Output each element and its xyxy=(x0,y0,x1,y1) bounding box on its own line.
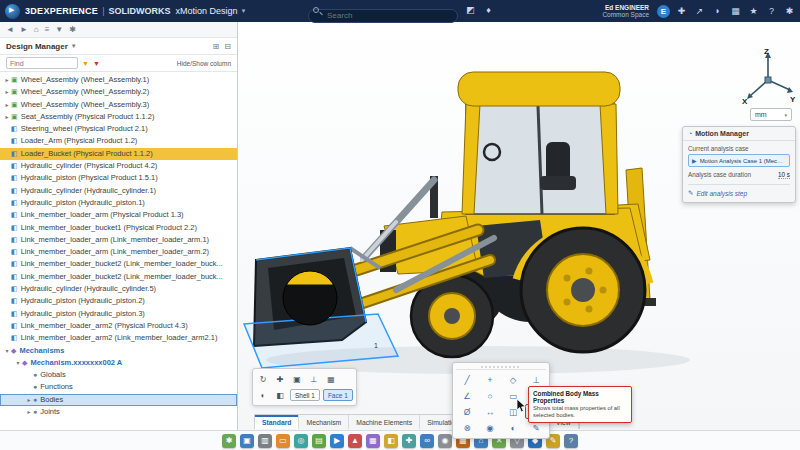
pan-view-icon[interactable]: ✚ xyxy=(273,372,287,386)
save-icon[interactable]: ▥ xyxy=(258,434,272,448)
normal-to-icon[interactable]: ⊥ xyxy=(307,372,321,386)
expand-arrow-icon[interactable]: ▸ xyxy=(25,406,33,418)
tree-item-hydraulic-cylinder-hydraulic-cylinder-5[interactable]: ◧Hydraulic_cylinder (Hydraulic_cylinder.… xyxy=(0,283,237,295)
tree-item-link-member-loader-arm2-link-member-load[interactable]: ◧Link_member_loader_arm2 (Link_member_lo… xyxy=(0,332,237,344)
help-icon[interactable]: ? xyxy=(765,5,778,18)
tree-item-bodies[interactable]: ▸●Bodies xyxy=(0,394,237,406)
back-icon[interactable]: ◄ xyxy=(6,25,14,34)
measure-between-icon[interactable]: ↔ xyxy=(479,404,501,419)
tab-mechanism[interactable]: Mechanism xyxy=(299,415,349,429)
selection-chip-shell[interactable]: Shell 1 xyxy=(290,389,320,401)
measure-item-icon[interactable]: Ø xyxy=(456,404,478,419)
expand-arrow-icon[interactable]: ▾ xyxy=(3,345,11,357)
circle-tool-icon[interactable]: ○ xyxy=(479,388,501,403)
measure-icon[interactable]: ▭ xyxy=(276,434,290,448)
settings-icon[interactable]: ✱ xyxy=(783,5,796,18)
tree-item-link-member-loader-bucket2-link-member-l[interactable]: ◧Link_member_loader_bucket2 (Link_member… xyxy=(0,258,237,270)
angle-measure-icon[interactable]: ∠ xyxy=(456,388,478,403)
tree-item-loader-bucket-physical-product-1-1-2[interactable]: ◧Loader_Bucket (Physical Product 1.1.2) xyxy=(0,148,237,160)
line-tool-icon[interactable]: ╱ xyxy=(456,372,478,387)
tree-item-link-member-loader-bucket2-link-member-l[interactable]: ◧Link_member_loader_bucket2 (Link_member… xyxy=(0,271,237,283)
expand-arrow-icon[interactable]: ▸ xyxy=(25,394,33,406)
tab-standard[interactable]: Standard xyxy=(255,415,299,429)
tree-item-loader-arm-physical-product-1-2[interactable]: ◧Loader_Arm (Physical Product 1.2) xyxy=(0,135,237,147)
expand-arrow-icon[interactable]: ▸ xyxy=(3,86,11,98)
axis-triad[interactable]: Z X Y xyxy=(740,46,796,106)
tree-item-link-member-loader-arm-link-member-loade[interactable]: ◧Link_member_loader_arm (Link_member_loa… xyxy=(0,246,237,258)
tree-item-wheel-assembly-wheel-assembly-2[interactable]: ▸▣Wheel_Assembly (Wheel_Assembly.2) xyxy=(0,86,237,98)
list-icon[interactable]: ≡ xyxy=(45,25,50,34)
point-tool-icon[interactable]: + xyxy=(479,372,501,387)
find-input[interactable] xyxy=(6,57,78,69)
tree-item-link-member-loader-arm2-physical-product[interactable]: ◧Link_member_loader_arm2 (Physical Produ… xyxy=(0,320,237,332)
analysis-duration-value[interactable]: 10 s xyxy=(778,171,790,179)
app-switcher-caret-icon[interactable]: ▼ xyxy=(241,8,247,14)
tree-item-mechanisms[interactable]: ▾◆Mechanisms xyxy=(0,345,237,357)
axis-system-icon[interactable]: ⊥ xyxy=(525,372,547,387)
view-modes-icon[interactable]: ▦ xyxy=(324,372,338,386)
play-simulation-icon[interactable]: ▶ xyxy=(330,434,344,448)
analysis-case-item[interactable]: ▶ Motion Analysis Case 1 (Mechanism.xx00… xyxy=(688,154,790,167)
mass-properties-icon[interactable]: ◉ xyxy=(479,420,501,435)
expand-arrow-icon[interactable]: ▸ xyxy=(3,99,11,111)
tree-item-hydraulic-piston-physical-product-1-5-1[interactable]: ◧Hydraulic_piston (Physical Product 1.5.… xyxy=(0,172,237,184)
tree-item-link-member-loader-arm-link-member-loade[interactable]: ◧Link_member_loader_arm (Link_member_loa… xyxy=(0,234,237,246)
user-info[interactable]: Ed ENGINEER Common Space xyxy=(602,4,649,18)
palette-drag-handle[interactable] xyxy=(456,365,546,370)
section-icon[interactable]: ◧ xyxy=(384,434,398,448)
panel-settings-icon[interactable]: ✱ xyxy=(69,25,76,34)
forward-icon[interactable]: ► xyxy=(20,25,28,34)
edit-analysis-step-link[interactable]: ✎ Edit analysis step xyxy=(683,188,795,198)
filter-clear-icon[interactable]: ▼ xyxy=(93,60,100,67)
tree-item-hydraulic-piston-hydraulic-piston-2[interactable]: ◧Hydraulic_piston (Hydraulic_piston.2) xyxy=(0,295,237,307)
layers-icon[interactable]: ▦ xyxy=(366,434,380,448)
link-icon[interactable]: ∞ xyxy=(420,434,434,448)
flag-icon[interactable]: ▲ xyxy=(348,434,362,448)
pin-icon[interactable]: ▼ xyxy=(55,25,63,34)
rotate-view-icon[interactable]: ↻ xyxy=(256,372,270,386)
tab-machine-elements[interactable]: Machine Elements xyxy=(349,415,420,429)
chart-icon[interactable]: ▤ xyxy=(312,434,326,448)
tree-item-hydraulic-piston-hydraulic-piston-1[interactable]: ◧Hydraulic_piston (Hydraulic_piston.1) xyxy=(0,197,237,209)
notifications-bell-icon[interactable]: ◗ xyxy=(711,5,724,18)
appearance-icon[interactable]: ◧ xyxy=(273,388,287,402)
panel-title[interactable]: Design Manager xyxy=(6,42,68,51)
tree-item-wheel-assembly-wheel-assembly-1[interactable]: ▸▣Wheel_Assembly (Wheel_Assembly.1) xyxy=(0,74,237,86)
selection-chip-face[interactable]: Face 1 xyxy=(323,389,353,401)
hide-show-icon[interactable]: ◐ xyxy=(256,388,270,402)
tree-item-seat-assembly-physical-product-1-1-2[interactable]: ▸▣Seat_Assembly (Physical Product 1.1.2) xyxy=(0,111,237,123)
capture-icon[interactable]: ◎ xyxy=(294,434,308,448)
tree-item-globals[interactable]: ●Globals xyxy=(0,369,237,381)
settings-gear-icon[interactable]: ✱ xyxy=(222,434,236,448)
app-name[interactable]: xMotion Design xyxy=(175,6,237,16)
home-icon[interactable]: ⌂ xyxy=(34,25,39,34)
sensor-icon[interactable]: ◐ xyxy=(502,420,524,435)
expand-all-icon[interactable]: ⊞ xyxy=(213,42,220,51)
collapse-all-icon[interactable]: ⊟ xyxy=(224,42,231,51)
tree-item-link-member-loader-bucket1-physical-prod[interactable]: ◧Link_member_loader_bucket1 (Physical Pr… xyxy=(0,222,237,234)
visibility-icon[interactable]: ◉ xyxy=(438,434,452,448)
expand-arrow-icon[interactable]: ▾ xyxy=(14,357,22,369)
tree-item-hydraulic-piston-hydraulic-piston-3[interactable]: ◧Hydraulic_piston (Hydraulic_piston.3) xyxy=(0,308,237,320)
apps-grid-icon[interactable]: ▦ xyxy=(729,5,742,18)
model-cube-icon[interactable]: ▣ xyxy=(240,434,254,448)
add-user-icon[interactable]: ✚ xyxy=(675,5,688,18)
interference-check-icon[interactable]: ⊗ xyxy=(456,420,478,435)
tree-item-steering-wheel-physical-product-2-1[interactable]: ◧Steering_wheel (Physical Product 2.1) xyxy=(0,123,237,135)
tree-item-joints[interactable]: ▸●Joints xyxy=(0,406,237,418)
star-icon[interactable]: ★ xyxy=(747,5,760,18)
panel-title-caret-icon[interactable]: ▼ xyxy=(71,43,77,49)
tree-item-mechanism-xxxxxxx002-a[interactable]: ▾◆Mechanism.xxxxxxx002 A xyxy=(0,357,237,369)
help-dock-icon[interactable]: ? xyxy=(564,434,578,448)
add-component-icon[interactable]: ✚ xyxy=(402,434,416,448)
avatar[interactable]: E xyxy=(657,5,670,18)
hide-show-column-toggle[interactable]: Hide/Show column xyxy=(177,60,231,67)
filter-funnel-icon[interactable]: ▼ xyxy=(82,60,89,67)
share-icon[interactable]: ↗ xyxy=(693,5,706,18)
tree-item-hydraulic-cylinder-hydraulic-cylinder-1[interactable]: ◧Hydraulic_cylinder (Hydraulic_cylinder.… xyxy=(0,185,237,197)
units-dropdown[interactable]: mm ▾ xyxy=(750,108,792,121)
search-input[interactable] xyxy=(308,9,458,23)
tree-item-link-member-loader-arm-physical-product-[interactable]: ◧Link_member_loader_arm (Physical Produc… xyxy=(0,209,237,221)
3dexperience-compass-icon[interactable] xyxy=(5,4,20,19)
fit-view-icon[interactable]: ▣ xyxy=(290,372,304,386)
